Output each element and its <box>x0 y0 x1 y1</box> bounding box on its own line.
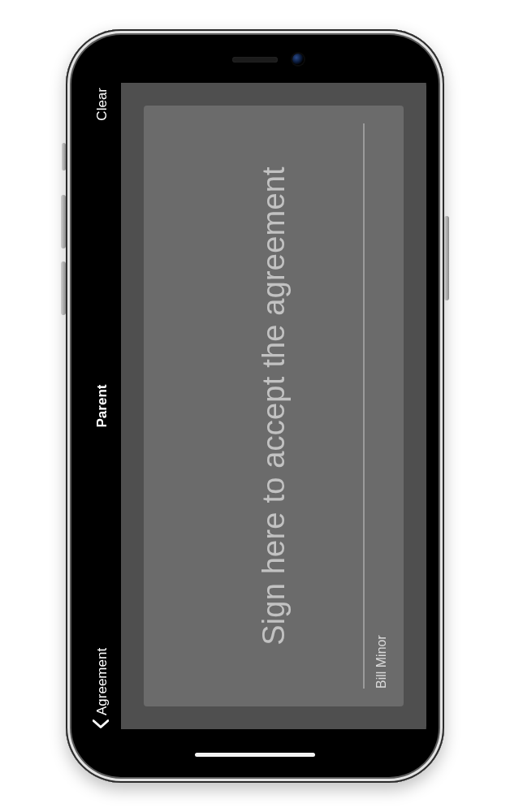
navigation-bar: Agreement Parent Clear <box>84 47 121 765</box>
notch <box>167 47 343 75</box>
earpiece-speaker <box>232 57 278 63</box>
signature-panel: Sign here to accept the agreement Bill M… <box>121 83 426 729</box>
signer-name: Bill Minor <box>374 635 389 689</box>
home-indicator[interactable] <box>195 753 315 757</box>
chevron-left-icon <box>93 719 113 729</box>
power-button <box>444 216 449 300</box>
phone-screen: Agreement Parent Clear Sign here to acce… <box>84 47 426 765</box>
back-label: Agreement <box>94 648 110 715</box>
page-title: Parent <box>94 385 110 428</box>
phone-frame: Agreement Parent Clear Sign here to acce… <box>66 29 444 783</box>
front-camera <box>292 54 304 65</box>
signature-line <box>363 123 365 689</box>
clear-button[interactable]: Clear <box>84 88 121 121</box>
back-button[interactable]: Agreement <box>84 648 121 729</box>
app-landscape-stage: Agreement Parent Clear Sign here to acce… <box>84 47 426 765</box>
signature-pad[interactable]: Sign here to accept the agreement Bill M… <box>144 106 404 706</box>
volume-down-button <box>61 261 66 315</box>
signature-placeholder: Sign here to accept the agreement <box>257 166 292 646</box>
silence-switch <box>62 143 66 171</box>
volume-up-button <box>61 195 66 248</box>
clear-label: Clear <box>94 88 110 121</box>
